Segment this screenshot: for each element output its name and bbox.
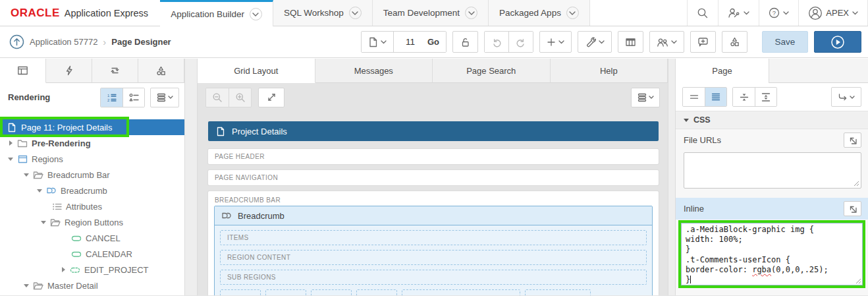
tree-item-page[interactable]: Page 11: Project Details — [0, 119, 184, 135]
zoom-out-button[interactable] — [206, 88, 229, 107]
expand-all-button[interactable] — [755, 88, 776, 106]
chevron-down-icon[interactable] — [465, 7, 477, 19]
collapse-icon — [740, 92, 749, 102]
administration-menu-button[interactable] — [718, 0, 759, 26]
layout-menu-button[interactable] — [631, 88, 660, 107]
user-menu-button[interactable]: APEX — [798, 0, 868, 26]
tab-rendering[interactable] — [0, 59, 46, 83]
show-common-button[interactable] — [683, 88, 705, 106]
chevron-down-icon[interactable] — [349, 7, 362, 19]
run-play-icon — [830, 35, 845, 49]
page-header-slot[interactable]: PAGE HEADER — [208, 149, 659, 164]
file-urls-textarea[interactable] — [684, 152, 861, 189]
search-button[interactable] — [687, 0, 718, 26]
save-button[interactable]: Save — [762, 31, 808, 53]
chevron-down-icon[interactable] — [34, 189, 45, 192]
sort-by-type-button[interactable] — [122, 88, 144, 107]
file-urls-input-wrap — [676, 151, 868, 194]
tab-dynamic-actions[interactable] — [46, 59, 92, 83]
tab-sql-workshop[interactable]: SQL Workshop — [273, 0, 373, 26]
chevron-right-icon[interactable] — [5, 140, 16, 146]
button-slot[interactable] — [525, 289, 591, 295]
button-slot[interactable] — [402, 289, 520, 295]
chevron-down-icon[interactable] — [21, 284, 32, 287]
open-code-editor-button[interactable] — [844, 201, 861, 216]
breadcrumb-region-header[interactable]: Breadcrumb — [215, 206, 652, 225]
button-slot[interactable] — [356, 289, 397, 295]
lock-button[interactable] — [452, 31, 478, 53]
tree-menu-button[interactable] — [150, 88, 179, 107]
go-to-group-button[interactable] — [831, 87, 861, 107]
run-button[interactable] — [814, 31, 861, 53]
shapes-icon — [729, 36, 740, 47]
button-slot[interactable] — [220, 289, 261, 295]
shared-components-report-button[interactable] — [618, 31, 643, 53]
tree-item-label: CALENDAR — [86, 249, 132, 259]
tab-processing[interactable] — [92, 59, 138, 83]
create-menu-button[interactable] — [539, 31, 572, 53]
tree-item-partial[interactable] — [0, 293, 184, 295]
show-all-button[interactable] — [705, 88, 726, 106]
tab-application-builder[interactable]: Application Builder — [160, 0, 273, 26]
collapse-all-button[interactable] — [733, 88, 755, 106]
button-slot[interactable] — [311, 289, 352, 295]
tab-page[interactable]: Page — [676, 59, 769, 83]
help-menu-button[interactable]: ? — [759, 0, 798, 26]
page-icon — [216, 127, 225, 136]
attributes-list-icon — [51, 201, 62, 212]
tab-packaged-apps[interactable]: Packaged Apps — [489, 0, 590, 26]
tab-messages[interactable]: Messages — [315, 59, 433, 83]
inline-css-editor[interactable]: .a-MediaBlock-graphic img {width: 100%;}… — [678, 220, 865, 288]
page-number-input[interactable] — [400, 37, 415, 47]
tree-item-calendar-button[interactable]: CALENDAR — [0, 246, 184, 262]
utilities-menu-button[interactable] — [578, 31, 612, 53]
svg-text:1: 1 — [107, 94, 110, 98]
tree-item-pre-rendering[interactable]: Pre-Rendering — [0, 135, 184, 151]
redo-button[interactable] — [508, 32, 533, 52]
shared-components-button[interactable] — [722, 31, 747, 53]
page-navigation-slot[interactable]: PAGE NAVIGATION — [208, 170, 659, 185]
sub-regions-slot[interactable]: SUB REGIONS — [220, 270, 647, 285]
open-code-editor-button[interactable] — [844, 133, 861, 148]
breadcrumb-region-title: Breadcrumb — [238, 211, 285, 221]
page-picker-button[interactable] — [362, 32, 393, 52]
sort-by-order-button[interactable]: 12 — [101, 88, 122, 107]
tab-grid-layout[interactable]: Grid Layout — [198, 59, 315, 83]
right-splitter[interactable] — [668, 59, 676, 295]
tab-help[interactable]: Help — [551, 59, 668, 83]
left-splitter[interactable] — [184, 59, 198, 295]
panel-title: Rendering — [8, 92, 100, 102]
tree-item-region-buttons[interactable]: Region Buttons — [0, 214, 184, 230]
chevron-down-icon[interactable] — [21, 173, 32, 177]
undo-button[interactable] — [485, 32, 508, 52]
tree-item-breadcrumb[interactable]: Breadcrumb — [0, 183, 184, 198]
chevron-down-icon[interactable] — [250, 8, 262, 20]
up-circle-icon[interactable] — [9, 34, 24, 49]
items-slot[interactable]: ITEMS — [220, 230, 647, 245]
team-dev-menu-button[interactable] — [649, 31, 684, 53]
add-comment-button[interactable] — [690, 31, 716, 53]
tab-page-search[interactable]: Page Search — [433, 59, 551, 83]
zoom-in-button[interactable] — [229, 88, 251, 107]
chevron-down-icon[interactable] — [5, 158, 16, 161]
tree-item-master-detail[interactable]: Master Detail — [0, 278, 184, 293]
css-section-header[interactable]: CSS — [676, 111, 868, 129]
region-content-slot[interactable]: REGION CONTENT — [220, 250, 647, 265]
tree-item-regions[interactable]: Regions — [0, 151, 184, 167]
breadcrumb-bar-slot[interactable]: BREADCRUMB BAR Breadcrumb ITEMS REGION C… — [208, 191, 659, 295]
tab-page-shared-components[interactable] — [138, 59, 184, 83]
expand-button[interactable] — [258, 88, 285, 107]
application-breadcrumb-link[interactable]: Application 57772 — [30, 37, 97, 47]
tree-item-breadcrumb-bar[interactable]: Breadcrumb Bar — [0, 167, 184, 183]
tree-item-edit-project-button[interactable]: EDIT_PROJECT — [0, 262, 184, 278]
go-button[interactable]: Go — [421, 32, 446, 52]
page-region-header[interactable]: Project Details — [208, 121, 659, 141]
tree-item-cancel-button[interactable]: CANCEL — [0, 230, 184, 246]
button-slot[interactable] — [265, 289, 306, 295]
chevron-down-icon[interactable] — [566, 7, 579, 19]
tab-team-development[interactable]: Team Development — [373, 0, 489, 26]
breadcrumb-region[interactable]: Breadcrumb ITEMS REGION CONTENT SUB REGI… — [214, 206, 653, 295]
chevron-down-icon[interactable] — [38, 221, 49, 224]
tree-item-attributes[interactable]: Attributes — [0, 198, 184, 214]
chevron-right-icon[interactable] — [58, 267, 68, 272]
